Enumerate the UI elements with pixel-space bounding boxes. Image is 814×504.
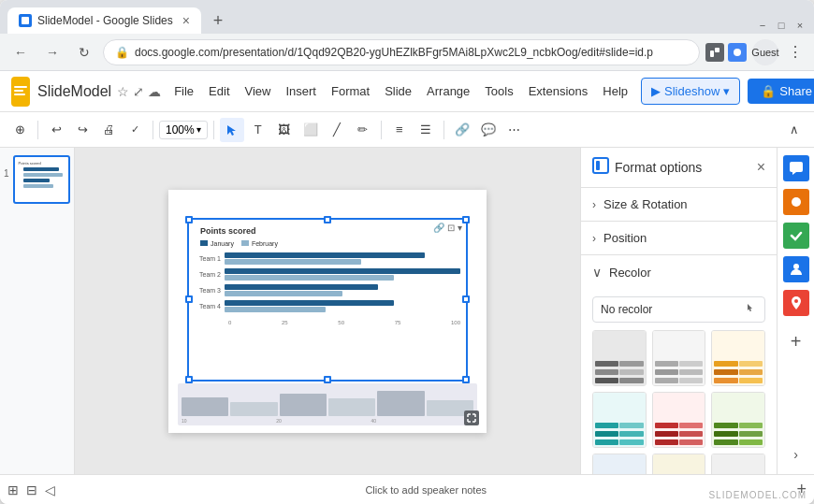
recolor-option-7[interactable] — [592, 454, 647, 474]
grid-view-icon[interactable]: ⊞ — [7, 482, 19, 497]
menu-insert[interactable]: Insert — [280, 80, 322, 102]
maximize-button[interactable]: □ — [775, 19, 788, 32]
team3-bar-feb — [225, 291, 342, 296]
url-bar[interactable]: 🔒 docs.google.com/presentation/d/1Qqd92Q… — [103, 39, 700, 65]
toolbar-cursor-tool[interactable] — [220, 118, 244, 142]
toolbar-shape-tool[interactable]: ⬜ — [298, 118, 323, 142]
menu-view[interactable]: View — [240, 80, 277, 102]
toolbar-collapse-button[interactable]: ∧ — [782, 118, 807, 142]
toolbar-sep-2 — [153, 121, 153, 139]
close-window-button[interactable]: × — [793, 19, 807, 32]
share-lock-icon: 🔒 — [761, 84, 776, 98]
selection-handle-bc[interactable] — [324, 376, 331, 383]
sidebar-icon-chat[interactable] — [783, 155, 809, 181]
ext-icon-1[interactable] — [705, 43, 724, 62]
selection-handle-bl[interactable] — [185, 376, 193, 383]
toolbar-scribble-tool[interactable]: ✏ — [351, 118, 375, 142]
size-rotation-header[interactable]: › Size & Rotation — [581, 188, 777, 221]
legend-jan-color — [200, 240, 208, 246]
ext-icon-2[interactable] — [728, 43, 747, 62]
toolbar-image-tool[interactable]: 🖼 — [272, 118, 297, 142]
size-rotation-title: Size & Rotation — [603, 197, 688, 211]
no-recolor-dropdown[interactable]: No recolor — [592, 296, 765, 323]
selection-handle-mr[interactable] — [462, 295, 470, 303]
toolbar-plus-button[interactable]: ⊕ — [7, 118, 32, 142]
toolbar-list-tool[interactable]: ☰ — [414, 118, 438, 142]
recolor-header[interactable]: ∨ Recolor — [581, 255, 777, 289]
toolbar-print-button[interactable]: 🖨 — [96, 118, 121, 142]
minimize-button[interactable]: − — [756, 19, 769, 32]
zoom-control[interactable]: 100% ▾ — [159, 121, 208, 139]
menu-extensions[interactable]: Extensions — [523, 80, 594, 102]
move-icon[interactable]: ⤢ — [133, 84, 144, 99]
recolor-option-8[interactable] — [652, 454, 706, 474]
active-tab[interactable]: SlideModel - Google Slides × — [7, 7, 201, 34]
recolor-option-4[interactable] — [592, 392, 647, 448]
sidebar-icon-person[interactable] — [783, 256, 809, 282]
format-options-close-button[interactable]: × — [757, 159, 765, 176]
sidebar-icon-shapes[interactable] — [783, 189, 809, 215]
selection-handle-tr[interactable] — [462, 216, 470, 223]
back-button[interactable]: ← — [7, 39, 34, 65]
toolbar-right-end: ∧ — [782, 118, 807, 142]
position-header[interactable]: › Position — [581, 222, 777, 254]
chart-menu-icon[interactable]: ▾ — [458, 223, 462, 233]
forward-button[interactable]: → — [39, 39, 65, 65]
canvas-area[interactable]: Points scored January February — [75, 148, 580, 474]
recolor-option-6[interactable] — [711, 392, 765, 448]
chart-link-icon[interactable]: 🔗 — [433, 223, 444, 233]
legend-february: February — [241, 240, 278, 247]
toolbar-sep-5 — [443, 121, 444, 139]
menu-help[interactable]: Help — [597, 80, 633, 102]
cloud-icon[interactable]: ☁ — [148, 84, 161, 99]
toolbar-comment-tool[interactable]: 💬 — [476, 118, 501, 142]
sidebar-add-button[interactable]: + — [791, 331, 802, 353]
panel-toggle-icon[interactable]: ◁ — [45, 482, 55, 497]
tab-close-button[interactable]: × — [182, 13, 190, 28]
sidebar-icon-location[interactable] — [783, 290, 809, 316]
recolor-option-3[interactable] — [711, 330, 765, 386]
recolor-option-2[interactable] — [652, 330, 706, 386]
star-icon[interactable]: ☆ — [117, 84, 129, 99]
tab-title: SlideModel - Google Slides — [37, 14, 173, 27]
profile-button[interactable]: Guest — [752, 39, 778, 65]
new-tab-button[interactable]: + — [205, 7, 231, 34]
toolbar-spell-button[interactable]: ✓ — [123, 118, 147, 142]
selection-handle-ml[interactable] — [185, 295, 193, 303]
recolor-option-5[interactable] — [652, 392, 706, 448]
svg-rect-2 — [715, 48, 720, 52]
sidebar-icon-check[interactable] — [783, 223, 809, 249]
menu-tools[interactable]: Tools — [479, 80, 518, 102]
share-button[interactable]: 🔒 Share — [748, 79, 814, 104]
reload-button[interactable]: ↻ — [71, 39, 97, 65]
menu-slide[interactable]: Slide — [379, 80, 417, 102]
recolor-option-9[interactable]: ■■■■ — [711, 454, 765, 474]
toolbar-link-tool[interactable]: 🔗 — [450, 118, 474, 142]
menu-edit[interactable]: Edit — [203, 80, 235, 102]
toolbar-more-button[interactable]: ⋯ — [502, 118, 527, 142]
svg-rect-5 — [14, 86, 27, 88]
toolbar-line-tool[interactable]: ╱ — [325, 118, 349, 142]
menu-arrange[interactable]: Arrange — [421, 80, 475, 102]
recolor-option-1[interactable] — [592, 330, 647, 386]
menu-format[interactable]: Format — [326, 80, 375, 102]
selection-handle-tc[interactable] — [324, 216, 331, 223]
slideshow-icon: ▶ — [651, 84, 661, 98]
bottom-chart-bars — [182, 385, 473, 416]
menu-file[interactable]: File — [168, 80, 199, 102]
toolbar-sep-4 — [381, 121, 382, 139]
slide-thumbnail-1[interactable]: Points scored — [13, 155, 70, 204]
toolbar-undo-button[interactable]: ↩ — [44, 118, 68, 142]
sidebar-expand-button[interactable]: › — [793, 446, 798, 463]
toolbar-redo-button[interactable]: ↪ — [70, 118, 94, 142]
svg-marker-8 — [227, 125, 236, 136]
toolbar-text-tool[interactable]: T — [246, 118, 270, 142]
expand-button[interactable] — [464, 410, 479, 425]
list-view-icon[interactable]: ⊟ — [26, 482, 37, 497]
selection-handle-tl[interactable] — [185, 216, 193, 223]
browser-menu-button[interactable]: ⋮ — [784, 43, 807, 61]
selection-handle-br[interactable] — [462, 376, 470, 383]
slideshow-button[interactable]: ▶ Slideshow ▾ — [641, 78, 740, 105]
toolbar-align-tool[interactable]: ≡ — [387, 118, 412, 142]
chart-expand-icon[interactable]: ⊡ — [447, 223, 455, 233]
